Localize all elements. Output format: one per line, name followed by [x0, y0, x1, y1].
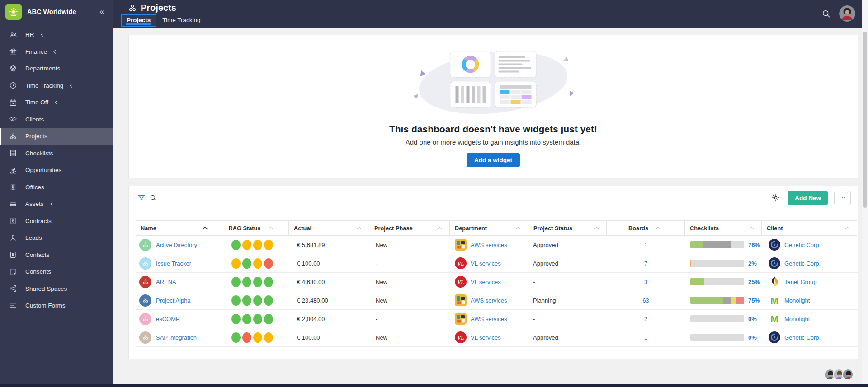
column-header-department[interactable]: Department — [450, 221, 528, 235]
table-search-icon[interactable] — [147, 192, 159, 204]
table-row[interactable]: Project Alpha€ 23,480.00NewAWS servicesP… — [136, 291, 858, 310]
search-icon[interactable] — [821, 9, 831, 19]
tabs-more-button[interactable]: ⋯ — [207, 13, 223, 27]
sort-chevron-icon[interactable] — [357, 226, 362, 230]
sidebar-item-consents[interactable]: Consents — [0, 263, 113, 280]
column-header-name[interactable]: Name — [136, 221, 215, 235]
sidebar-item-label: Time Off — [25, 99, 48, 106]
sidebar-item-shared-spaces[interactable]: Shared Spaces — [0, 280, 113, 298]
column-label: Department — [455, 225, 487, 232]
boards-count-link[interactable]: 1 — [644, 334, 647, 341]
aws-logo — [455, 313, 467, 325]
search-input[interactable] — [163, 192, 246, 203]
table-row[interactable]: esCOMP€ 2,004.00-AWS services-20%MMonoli… — [136, 310, 858, 328]
chevron-left-icon[interactable] — [54, 100, 58, 105]
boards-count-link[interactable]: 2 — [644, 316, 647, 322]
department-link[interactable]: VL services — [471, 279, 501, 285]
sort-chevron-icon[interactable] — [268, 226, 273, 230]
chevron-left-icon[interactable] — [69, 83, 73, 88]
sidebar-item-finance[interactable]: Finance — [0, 43, 113, 61]
chevron-left-icon[interactable] — [40, 32, 44, 37]
column-header-rag-status[interactable]: RAG Status — [215, 221, 289, 235]
user-avatar[interactable] — [839, 5, 855, 22]
sidebar-item-leads[interactable]: Leads — [0, 229, 113, 247]
department-link[interactable]: VL services — [471, 334, 501, 341]
sidebar-item-time-off[interactable]: Time Off — [0, 94, 113, 111]
sidebar-item-contracts[interactable]: Contracts — [0, 213, 113, 230]
boards-count-link[interactable]: 7 — [644, 260, 647, 267]
client-link[interactable]: Genetic Corp. — [784, 242, 821, 248]
sidebar-item-label: Contracts — [25, 218, 52, 224]
rag-dot-green — [242, 277, 251, 287]
client-link[interactable]: Tanet Group — [784, 279, 817, 285]
sidebar-item-clients[interactable]: Clients — [0, 111, 113, 128]
client-link[interactable]: Genetic Corp. — [784, 260, 821, 267]
sidebar-item-departments[interactable]: Departments — [0, 60, 113, 77]
vertical-scrollbar[interactable] — [862, 0, 868, 384]
scrollbar-thumb[interactable] — [863, 32, 867, 208]
project-name-link[interactable]: Project Alpha — [156, 297, 191, 304]
department-link[interactable]: AWS services — [471, 242, 507, 248]
column-header-project-phase[interactable]: Project Phase — [369, 221, 450, 235]
rag-dot-yellow — [253, 332, 262, 343]
chevron-left-icon[interactable] — [52, 49, 57, 54]
checklist-icon — [9, 149, 18, 158]
sidebar-item-offices[interactable]: Offices — [0, 179, 113, 196]
add-new-button[interactable]: Add New — [788, 191, 828, 205]
client-link[interactable]: Monolight — [784, 316, 810, 322]
tab-projects[interactable]: Projects — [121, 14, 156, 27]
column-header-boards[interactable]: Boards — [607, 221, 685, 235]
sidebar-item-opportunities[interactable]: Opportunities — [0, 162, 113, 179]
sidebar-item-projects[interactable]: Projects — [0, 128, 113, 145]
client-link[interactable]: Monolight — [784, 297, 810, 304]
table-row[interactable]: Issue Tracker€ 100.00-VLVL servicesAppro… — [136, 254, 858, 273]
boards-count-link[interactable]: 63 — [642, 297, 649, 304]
column-header-project-status[interactable]: Project Status — [528, 221, 607, 235]
rag-dot-green — [242, 314, 251, 324]
add-widget-button[interactable]: Add a widget — [467, 153, 520, 167]
column-header-actual[interactable]: Actual — [289, 221, 369, 235]
department-link[interactable]: AWS services — [471, 297, 507, 304]
department-cell: VLVL services — [450, 331, 528, 343]
client-link[interactable]: Genetic Corp. — [784, 334, 821, 341]
boards-count-link[interactable]: 1 — [644, 242, 647, 248]
project-name-link[interactable]: esCOMP — [156, 316, 180, 322]
tab-time-tracking[interactable]: Time Tracking — [156, 14, 206, 27]
table-row[interactable]: Active Directory€ 5,681.89NewAWS service… — [136, 236, 858, 254]
presence-avatar-3[interactable] — [842, 368, 854, 380]
department-link[interactable]: AWS services — [471, 316, 507, 322]
sidebar-collapse-icon[interactable]: « — [97, 6, 107, 17]
project-name-link[interactable]: Active Directory — [156, 242, 197, 248]
project-status-cell: Approved — [528, 334, 607, 341]
sidebar-item-checklists[interactable]: Checklists — [0, 145, 113, 162]
sort-chevron-icon[interactable] — [203, 226, 208, 230]
table-row[interactable]: SAP integration€ 100.00NewVLVL servicesA… — [136, 328, 858, 347]
table-more-button[interactable]: ⋯ — [834, 191, 851, 205]
actual-cell: € 100.00 — [289, 334, 369, 341]
table-row[interactable]: ARENA€ 4,630.00NewVLVL services-325%Tane… — [136, 273, 858, 291]
sort-chevron-icon[interactable] — [656, 226, 660, 230]
department-link[interactable]: VL services — [471, 260, 501, 267]
column-header-checklists[interactable]: Checklists — [685, 221, 762, 235]
sort-chevron-icon[interactable] — [516, 226, 521, 230]
sort-chevron-icon[interactable] — [845, 226, 850, 230]
sort-chevron-icon[interactable] — [437, 226, 442, 230]
sidebar-item-time-tracking[interactable]: Time Tracking — [0, 77, 113, 94]
chevron-left-icon[interactable] — [49, 201, 53, 206]
boards-count-link[interactable]: 3 — [644, 279, 647, 285]
sort-chevron-icon[interactable] — [749, 226, 754, 230]
sidebar-item-custom-forms[interactable]: Custom Forms — [0, 297, 113, 314]
column-header-client[interactable]: Client — [762, 221, 857, 235]
sidebar-item-hr[interactable]: HR — [0, 26, 113, 43]
project-name-link[interactable]: ARENA — [156, 279, 176, 285]
project-avatar — [139, 313, 151, 325]
project-name-link[interactable]: Issue Tracker — [156, 260, 191, 267]
sidebar-item-contacts[interactable]: Contacts — [0, 247, 113, 264]
filter-icon[interactable] — [136, 192, 147, 204]
sidebar-item-assets[interactable]: Assets — [0, 196, 113, 213]
gear-icon[interactable] — [770, 192, 782, 204]
project-name-link[interactable]: SAP integration — [156, 334, 197, 341]
sidebar-item-label: Finance — [25, 48, 47, 55]
main-content: This dashboard doesn't have widgets just… — [113, 28, 862, 384]
sort-chevron-icon[interactable] — [594, 226, 599, 230]
